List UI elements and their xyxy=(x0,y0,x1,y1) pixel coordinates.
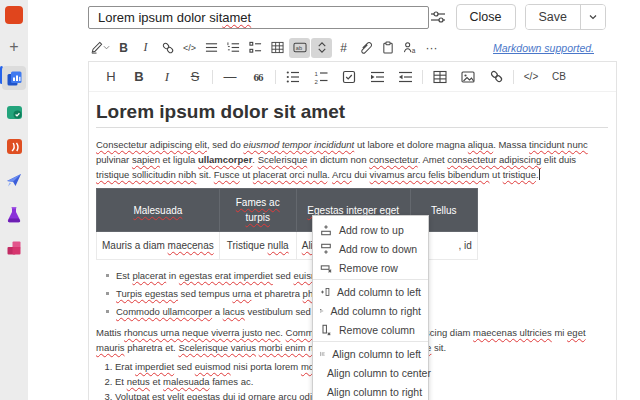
quote-button[interactable]: 66 xyxy=(247,66,269,88)
orange-app-icon xyxy=(6,138,23,155)
document-heading: Lorem ipsum dolor sit amet xyxy=(96,104,608,128)
add-row-up-icon xyxy=(320,224,332,236)
save-button[interactable]: Save xyxy=(526,5,581,29)
top-actions: Close Save xyxy=(429,4,606,30)
remove-row-icon xyxy=(320,262,332,274)
attachment-button[interactable] xyxy=(355,38,376,58)
menu-divider xyxy=(313,279,428,280)
table-cell: Tristique nulla xyxy=(219,232,296,260)
italic-button[interactable]: I xyxy=(156,66,178,88)
link-button[interactable] xyxy=(157,38,178,58)
rail-item-blue-app[interactable] xyxy=(2,168,26,192)
menu-item-align-column-center[interactable]: Align column to center xyxy=(313,363,428,382)
bold-button[interactable]: B xyxy=(128,66,150,88)
add-column-left-icon xyxy=(320,286,330,298)
toolbar-divider xyxy=(513,70,514,84)
close-button[interactable]: Close xyxy=(456,4,516,30)
rail-item-blocks[interactable] xyxy=(2,236,26,260)
ordered-list-button[interactable]: 1 2 xyxy=(310,66,332,88)
outdent-icon xyxy=(398,70,413,84)
inline-code-button[interactable]: </> xyxy=(520,66,542,88)
code-block-button[interactable]: CB xyxy=(548,66,570,88)
bulleted-list-button[interactable] xyxy=(201,38,222,58)
up-down-chevrons-icon xyxy=(316,41,328,54)
toolbar-divider xyxy=(212,70,213,84)
menu-item-remove-row[interactable]: Remove row xyxy=(313,258,428,277)
paper-plane-icon xyxy=(5,171,23,189)
blocks-icon xyxy=(6,240,22,256)
settings-sliders-icon[interactable] xyxy=(429,8,447,26)
heading-button[interactable]: H xyxy=(100,66,122,88)
indent-icon xyxy=(370,70,385,84)
check-board-icon xyxy=(6,104,23,121)
table-button[interactable] xyxy=(267,38,288,58)
chevron-down-icon xyxy=(588,12,598,22)
heading-hash-button[interactable]: # xyxy=(333,38,354,58)
hr-button[interactable]: — xyxy=(219,66,241,88)
outdent-button[interactable] xyxy=(394,66,416,88)
add-app-icon[interactable]: + xyxy=(9,38,18,56)
table-header-cell: Malesuada xyxy=(97,189,220,232)
app-logo-icon[interactable] xyxy=(5,6,23,24)
clipboard-button[interactable] xyxy=(377,38,398,58)
rail-item-reports[interactable] xyxy=(2,66,26,90)
numbered-list-icon: 1 2 xyxy=(314,70,328,84)
expand-toggle[interactable] xyxy=(311,38,332,58)
field-toolbar: B I </> xyxy=(28,34,640,61)
italic-button[interactable]: I xyxy=(135,38,156,58)
task-list-button[interactable] xyxy=(338,66,360,88)
menu-item-add-row-down[interactable]: Add row to down xyxy=(313,239,428,258)
svg-text:2: 2 xyxy=(315,78,319,84)
menu-divider xyxy=(313,341,428,342)
toolbar-divider xyxy=(275,70,276,84)
top-bar: Lorem ipsum dolor sit amet Close Save xyxy=(28,0,640,34)
table-context-menu: Add row to up Add row to down Remove row… xyxy=(312,215,429,400)
menu-item-add-column-right[interactable]: Add column to right xyxy=(313,301,428,320)
chevron-down-icon xyxy=(103,44,110,51)
link-icon xyxy=(489,69,504,84)
rail-item-orange-app[interactable] xyxy=(2,134,26,158)
bulleted-list-icon xyxy=(286,70,300,84)
menu-item-align-column-left[interactable]: Align column to left xyxy=(313,344,428,363)
editor-toolbar: H B I S — 66 1 2 xyxy=(89,62,616,92)
unordered-list-button[interactable] xyxy=(282,66,304,88)
bulleted-list-icon xyxy=(205,41,218,54)
text-box-toggle[interactable]: ab xyxy=(289,38,310,58)
abc-box-icon: ab xyxy=(293,41,307,54)
align-left-icon xyxy=(320,348,325,360)
remove-column-icon xyxy=(320,324,332,336)
pen-icon xyxy=(90,41,103,54)
text-style-dropdown[interactable] xyxy=(88,38,112,58)
svg-text:a: a xyxy=(411,47,415,54)
task-list-button[interactable] xyxy=(245,38,266,58)
rail-item-labs[interactable] xyxy=(2,202,26,226)
link-button[interactable] xyxy=(485,66,507,88)
markdown-supported-link[interactable]: Markdown supported. xyxy=(493,42,594,54)
mention-button[interactable]: a xyxy=(399,38,420,58)
save-dropdown-button[interactable] xyxy=(580,5,605,29)
menu-item-remove-column[interactable]: Remove column xyxy=(313,320,428,339)
image-icon xyxy=(461,70,475,84)
title-input[interactable]: Lorem ipsum dolor sit amet xyxy=(88,6,429,29)
table-icon xyxy=(433,70,447,84)
add-column-right-icon xyxy=(320,305,324,317)
text-cursor xyxy=(539,169,540,180)
clipboard-icon xyxy=(382,41,394,54)
code-button[interactable]: </> xyxy=(179,38,200,58)
table-cell: Mauris a diam maecenas xyxy=(97,232,220,260)
menu-item-add-column-left[interactable]: Add column to left xyxy=(313,282,428,301)
table-header-cell: Fames ac turpis xyxy=(219,189,296,232)
menu-item-add-row-up[interactable]: Add row to up xyxy=(313,220,428,239)
save-split-button: Save xyxy=(525,4,607,30)
indent-button[interactable] xyxy=(366,66,388,88)
strike-button[interactable]: S xyxy=(184,66,206,88)
numbered-list-button[interactable] xyxy=(223,38,244,58)
rail-item-approvals[interactable] xyxy=(2,100,26,124)
numbered-list-icon xyxy=(227,41,240,54)
paragraph: Consectetur adipiscing elit, sed do eius… xyxy=(96,137,608,182)
more-options-button[interactable]: ··· xyxy=(421,38,442,58)
image-button[interactable] xyxy=(457,66,479,88)
bold-button[interactable]: B xyxy=(113,38,134,58)
table-button[interactable] xyxy=(429,66,451,88)
menu-item-align-column-right[interactable]: Align column to right xyxy=(313,382,428,400)
